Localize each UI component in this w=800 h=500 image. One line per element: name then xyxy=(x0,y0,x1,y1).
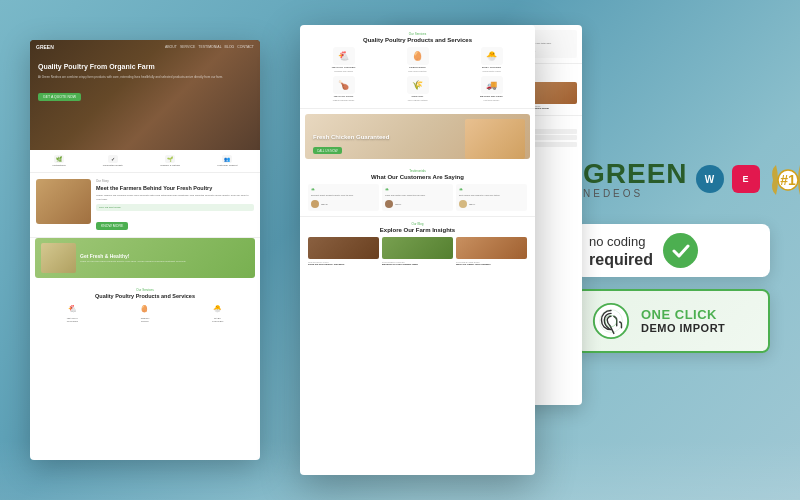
nav-blog: BLOG xyxy=(225,45,235,49)
support-icon: 👥 xyxy=(222,155,232,163)
brand-name: GREEN xyxy=(583,160,688,188)
mc-blog-grid: OUR POULTRY FARM Farm life and healthy c… xyxy=(308,237,527,266)
badge-icons: W E #1 xyxy=(696,160,800,198)
feature-label-4: Customer Support xyxy=(217,164,237,167)
nav-contact: CONTACT xyxy=(237,45,254,49)
avatar-name-2: Lisa M. xyxy=(395,203,401,205)
mc-baby-label: BABY CHICKEN xyxy=(482,66,501,69)
feature-installations: 🌿 Installations xyxy=(53,155,66,167)
mc-svc-baby: 🐣 BABY CHICKEN Young healthy chicks xyxy=(456,47,527,73)
svg-text:#1: #1 xyxy=(780,172,796,188)
brand-subtitle: NEDEOS xyxy=(583,188,688,199)
story-tag: Our Story xyxy=(96,179,254,183)
mc-testimonials: Testimonials What Our Customers Are Sayi… xyxy=(300,164,535,217)
avatar-circle-1 xyxy=(311,200,319,208)
mc-svc-food: 🍗 HEALTHY FOOD Organic prepared meals xyxy=(308,76,379,102)
feature-label-1: Installations xyxy=(53,164,66,167)
one-click-text: ONE CLICK DEMO IMPORT xyxy=(641,307,725,336)
feature-organic: 🌱 Organic & Natural xyxy=(160,155,180,167)
cta-banner: Get Fresh & Healthy! Order all our farm … xyxy=(35,238,255,278)
services-section: Our Services Quality Poultry Products an… xyxy=(30,283,260,328)
mc-test-2: ❝ Fresh and healthy every single time we… xyxy=(382,184,453,211)
guarantee-icon: ✓ xyxy=(108,155,118,163)
no-coding-text-block: no coding required xyxy=(589,232,653,269)
services-tag: Our Services xyxy=(36,288,254,292)
required-label: required xyxy=(589,250,653,269)
cursor-svg xyxy=(591,300,631,342)
story-discount: 20% Off First Order xyxy=(96,204,254,211)
eggs-label: FRESHEGGS xyxy=(141,317,149,323)
nav-testimonial: TESTIMONIAL xyxy=(198,45,221,49)
mc-eggs-icon: 🥚 xyxy=(407,47,429,65)
mc-test-1: ❝ Excellent quality products directly fr… xyxy=(308,184,379,211)
hero-cta-button[interactable]: GET A QUOTE NOW xyxy=(38,93,81,101)
service-item-chicken: 🐔 HEALTHYCHICKEN xyxy=(63,302,81,323)
story-desc: Green Nedeos we combine crispy farm prod… xyxy=(96,194,254,201)
test-avatar-1: John D. xyxy=(311,200,376,208)
mc-blog-tag: Our Blog xyxy=(308,222,527,226)
story-image xyxy=(36,179,91,224)
test-text-1: Excellent quality products directly from… xyxy=(311,194,376,197)
story-content: Our Story Meet the Farmers Behind Your F… xyxy=(96,179,254,231)
mc-service-grid: 🐔 HEALTHY CHICKEN Premium farm raised 🥚 … xyxy=(308,47,527,101)
services-title: Quality Poultry Products and Services xyxy=(36,293,254,299)
wordpress-badge: W xyxy=(696,165,724,193)
cta-image xyxy=(41,243,76,273)
mc-chicken-label: HEALTHY CHICKEN xyxy=(332,66,356,69)
mc-svc-chicken: 🐔 HEALTHY CHICKEN Premium farm raised xyxy=(308,47,379,73)
hero-section: GREEN ABOUT SERVICE TESTIMONIAL BLOG CON… xyxy=(30,40,260,150)
service-item-eggs: 🥚 FRESHEGGS xyxy=(136,302,154,323)
mc-testimonial-grid: ❝ Excellent quality products directly fr… xyxy=(308,184,527,211)
elementor-badge: E xyxy=(732,165,760,193)
blog-image-1 xyxy=(308,237,379,259)
feature-label-3: Organic & Natural xyxy=(160,164,180,167)
mc-test-tag: Testimonials xyxy=(308,169,527,173)
blog-post-title-2: Benefits of fresh organic eggs xyxy=(382,263,453,266)
story-cta-button[interactable]: KNOW MORE xyxy=(96,222,128,230)
feature-guarantee: ✓ Guarantee Quality xyxy=(103,155,123,167)
mc-chicken-cta[interactable]: CALL US NOW xyxy=(313,147,342,154)
mc-blog-post-2: FARM FRESH CHICKEN Benefits of fresh org… xyxy=(382,237,453,266)
one-click-line2: DEMO IMPORT xyxy=(641,322,725,334)
story-title: Meet the Farmers Behind Your Fresh Poult… xyxy=(96,185,254,192)
number-one-badge: #1 xyxy=(768,160,800,198)
hero-title: Quality Poultry From Organic Farm xyxy=(38,62,252,71)
mc-eggs-label: FRESH EGGS xyxy=(409,66,425,69)
cta-text-block: Get Fresh & Healthy! Order all our farm … xyxy=(76,253,249,263)
center-mockup: Our Services Quality Poultry Products an… xyxy=(300,25,535,475)
feature-support: 👥 Customer Support xyxy=(217,155,237,167)
baby-label: BABYCHICKEN xyxy=(212,317,223,323)
blog-image-2 xyxy=(382,237,453,259)
mc-organic-label: ORGANIC xyxy=(412,95,424,98)
mc-delivery-desc: Fast farm delivery xyxy=(484,99,500,102)
mc-baby-desc: Young healthy chicks xyxy=(482,70,501,73)
blog-post-title-1: Farm life and healthy chickens xyxy=(308,263,379,266)
no-coding-label: no coding required xyxy=(589,234,653,269)
avatar-circle-2 xyxy=(385,200,393,208)
mc-organic-desc: 100% organic certified xyxy=(408,99,428,102)
mc-services: Our Services Quality Poultry Products an… xyxy=(300,25,535,109)
mc-delivery-label: BETTER DELIVERY xyxy=(480,95,503,98)
mc-services-title: Quality Poultry Products and Services xyxy=(308,37,527,43)
checkmark-svg xyxy=(670,240,692,262)
one-click-card[interactable]: ONE CLICK DEMO IMPORT xyxy=(575,289,770,353)
mc-blog-post-3: PASTURE RAISED EGGS Meet our happy farm … xyxy=(456,237,527,266)
mc-blog-post-1: OUR POULTRY FARM Farm life and healthy c… xyxy=(308,237,379,266)
wp-icon: W xyxy=(705,174,714,185)
feature-label-2: Guarantee Quality xyxy=(103,164,123,167)
mc-baby-icon: 🐣 xyxy=(481,47,503,65)
brand-header: GREEN NEDEOS W E #1 xyxy=(575,147,770,212)
elementor-icon: E xyxy=(743,174,749,184)
quote-icon-2: ❝ xyxy=(385,187,450,194)
avatar-name-3: Tom H. xyxy=(469,203,475,205)
mc-chicken-guarantee-title: Fresh Chicken Guaranteed xyxy=(313,134,389,140)
installations-icon: 🌿 xyxy=(54,155,64,163)
service-item-baby: 🐣 BABYCHICKEN xyxy=(209,302,227,323)
organic-icon: 🌱 xyxy=(165,155,175,163)
features-bar: 🌿 Installations ✓ Guarantee Quality 🌱 Or… xyxy=(30,150,260,173)
left-mockup: GREEN ABOUT SERVICE TESTIMONIAL BLOG CON… xyxy=(30,40,260,460)
right-panel: GREEN NEDEOS W E #1 xyxy=(575,147,770,353)
mc-food-icon: 🍗 xyxy=(333,76,355,94)
mc-chicken-desc: Premium farm raised xyxy=(334,70,353,73)
mc-chicken-banner: Fresh Chicken Guaranteed CALL US NOW xyxy=(305,114,530,159)
